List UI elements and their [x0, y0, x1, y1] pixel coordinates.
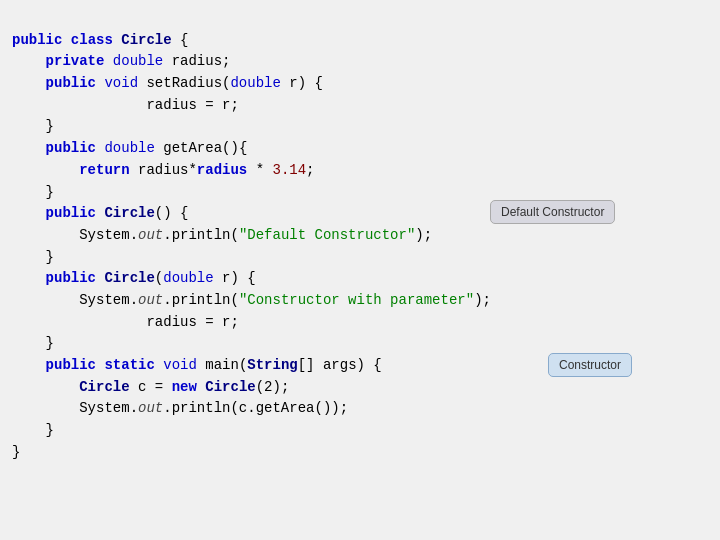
code-area: public class Circle { private double rad…: [0, 0, 720, 471]
default-constructor-label: Default Constructor: [501, 205, 604, 219]
default-constructor-tooltip: Default Constructor: [490, 200, 615, 224]
constructor-tooltip: Constructor: [548, 353, 632, 377]
constructor-label: Constructor: [559, 358, 621, 372]
